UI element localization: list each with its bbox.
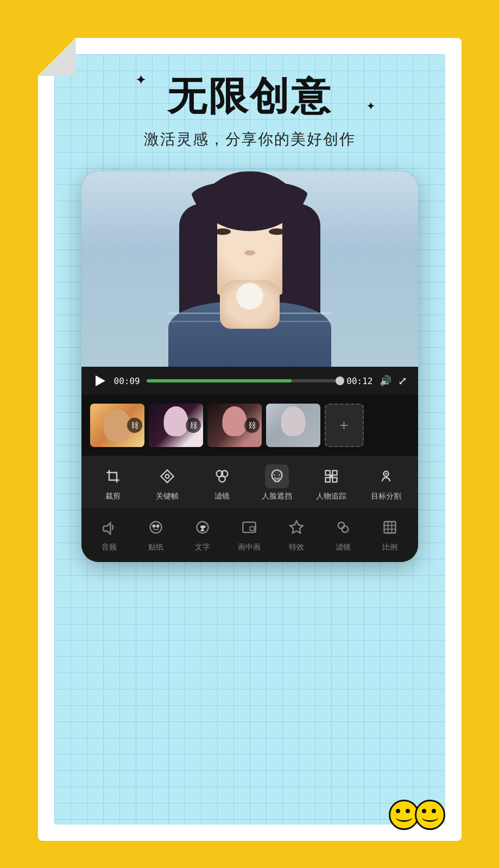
tool-segment-label: 目标分割 <box>371 492 401 501</box>
tool-pip-label: 画中画 <box>238 542 261 552</box>
clip-1-link: ⛓ <box>127 418 142 433</box>
sticker-icon <box>148 520 163 535</box>
segment-icon <box>378 469 394 484</box>
text-icon: T <box>195 520 210 535</box>
tool-pip[interactable]: 画中画 <box>230 515 269 552</box>
svg-marker-21 <box>290 521 302 533</box>
tool-sticker-icon-box <box>144 515 168 539</box>
tool-track-label: 人物追踪 <box>316 492 346 501</box>
title-area: 无限创意 激活灵感，分享你的美好创作 <box>144 71 356 150</box>
crop-icon <box>105 469 121 484</box>
svg-point-11 <box>330 475 333 478</box>
subtitle: 激活灵感，分享你的美好创作 <box>144 129 356 150</box>
timeline-area: ⛓ ⛓ <box>81 395 418 456</box>
clip-2[interactable]: ⛓ <box>149 404 203 447</box>
svg-rect-10 <box>326 477 330 482</box>
svg-point-22 <box>338 522 345 529</box>
tool-track-icon-box <box>319 464 343 488</box>
tool-audio-icon-box <box>97 515 121 539</box>
main-title: 无限创意 <box>167 71 332 123</box>
tool-segment-icon-box <box>374 464 398 488</box>
tool-ratio[interactable]: 比例 <box>370 515 409 552</box>
toolbar-row-1: 裁剪 关键帧 <box>81 456 418 508</box>
tool-segment[interactable]: 目标分割 <box>367 464 406 501</box>
keyframe-icon <box>160 469 175 484</box>
play-icon <box>96 375 105 386</box>
tool-keyframe-label: 关键帧 <box>156 492 179 501</box>
svg-rect-20 <box>250 527 255 531</box>
ratio-icon <box>382 520 397 535</box>
tool-sticker[interactable]: 贴纸 <box>136 515 175 552</box>
clip-1[interactable]: ⛓ <box>90 404 144 447</box>
tool-text-label: 文字 <box>195 542 210 552</box>
tool-filter2-icon-box <box>331 515 355 539</box>
tool-text-icon-box: T <box>191 515 214 539</box>
svg-point-1 <box>166 475 169 478</box>
svg-point-13 <box>385 473 387 475</box>
tool-ratio-icon-box <box>378 515 402 539</box>
current-time: 00:09 <box>114 376 140 386</box>
svg-text:T: T <box>201 525 205 532</box>
filter-icon <box>214 469 230 484</box>
add-clip-icon: + <box>339 417 348 434</box>
svg-point-16 <box>157 525 159 527</box>
smiley-area <box>389 800 445 830</box>
tool-filter-label: 滤镜 <box>214 492 230 501</box>
progress-bar[interactable] <box>147 379 340 382</box>
tool-filter-icon-box <box>210 464 234 488</box>
svg-marker-0 <box>161 470 174 482</box>
tool-keyframe-icon-box <box>155 464 179 488</box>
nose <box>244 250 255 256</box>
content-wrapper: ✦ ✦ 无限创意 激活灵感，分享你的美好创作 <box>38 38 462 841</box>
video-area <box>81 171 418 367</box>
tool-sticker-label: 贴纸 <box>148 542 163 552</box>
add-clip-button[interactable]: + <box>325 404 364 447</box>
clip-3[interactable]: ⛓ <box>207 404 262 447</box>
filter2-icon <box>336 520 351 535</box>
paper-page: ✦ ✦ 无限创意 激活灵感，分享你的美好创作 <box>38 38 462 841</box>
progress-thumb[interactable] <box>336 376 344 385</box>
tool-filter2[interactable]: 滤镜 <box>324 515 363 552</box>
tool-pip-icon-box <box>237 515 261 539</box>
play-button[interactable] <box>92 373 108 388</box>
tool-keyframe[interactable]: 关键帧 <box>148 464 187 501</box>
tool-filter[interactable]: 滤镜 <box>203 464 242 501</box>
tool-audio[interactable]: 音频 <box>90 515 129 552</box>
svg-point-15 <box>153 525 155 527</box>
track-icon <box>324 469 339 484</box>
tool-effects[interactable]: 特效 <box>277 515 316 552</box>
tool-face-mask[interactable]: 人脸遮挡 <box>257 464 296 501</box>
pip-icon <box>242 520 257 535</box>
tool-filter2-label: 滤镜 <box>336 542 351 552</box>
volume-icon[interactable]: 🔊 <box>380 375 391 387</box>
tool-ratio-label: 比例 <box>382 542 397 552</box>
tool-effects-label: 特效 <box>289 542 304 552</box>
tool-crop-icon-box <box>101 464 125 488</box>
effects-icon <box>289 520 304 535</box>
face-mask-icon <box>269 469 285 484</box>
toolbar-row-2: 音频 贴纸 <box>81 508 418 562</box>
sparkle-icon-right: ✦ <box>367 100 375 112</box>
phone-mockup: 00:09 00:12 🔊 ⤢ <box>81 171 418 562</box>
tool-effects-icon-box <box>285 515 308 539</box>
svg-point-4 <box>219 476 225 482</box>
svg-rect-9 <box>333 477 337 482</box>
fullscreen-icon[interactable]: ⤢ <box>398 374 407 387</box>
tool-track[interactable]: 人物追踪 <box>312 464 351 501</box>
clip-4-thumbnail <box>266 404 320 447</box>
video-controls: 00:09 00:12 🔊 ⤢ <box>81 367 418 395</box>
svg-rect-24 <box>384 522 396 533</box>
flower <box>236 283 263 310</box>
smiley-2 <box>415 800 445 830</box>
svg-rect-8 <box>333 471 337 475</box>
clip-2-link: ⛓ <box>186 418 201 433</box>
tool-text[interactable]: T 文字 <box>183 515 222 552</box>
svg-point-23 <box>342 526 349 533</box>
clip-3-link: ⛓ <box>244 418 260 433</box>
tool-crop[interactable]: 裁剪 <box>93 464 132 501</box>
clip-4[interactable] <box>266 404 320 447</box>
tool-face-mask-label: 人脸遮挡 <box>262 492 292 501</box>
tool-audio-label: 音频 <box>102 542 117 552</box>
total-time: 00:12 <box>346 376 372 386</box>
svg-rect-7 <box>326 471 330 475</box>
